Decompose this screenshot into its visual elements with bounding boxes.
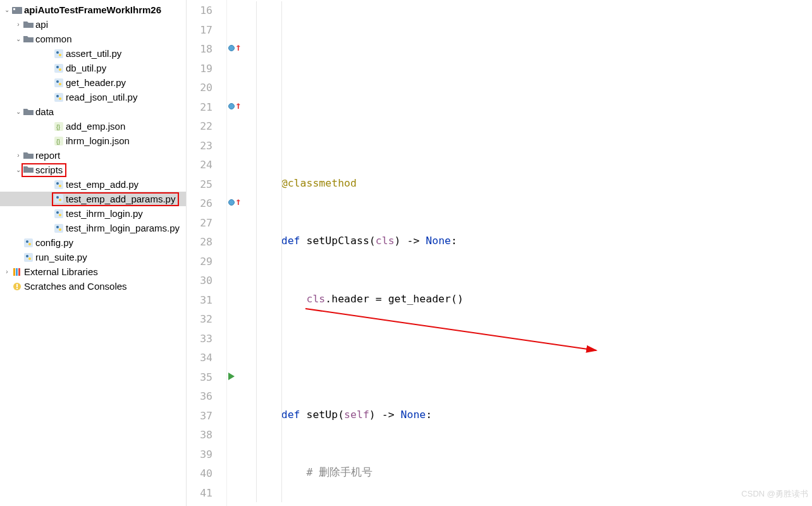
folder-icon [23,152,34,159]
python-file-icon [53,93,65,102]
code-area[interactable]: @classmethod def setUpClass(cls) -> None… [245,0,812,506]
svg-rect-2 [54,49,63,58]
python-file-icon [53,180,65,189]
svg-point-6 [56,66,59,68]
svg-point-35 [28,257,31,260]
svg-rect-8 [54,78,63,87]
python-file-icon [53,224,65,233]
svg-point-29 [59,228,61,231]
code-editor[interactable]: 1617181920212223242526272829303132333435… [187,0,812,506]
json-file-icon: {} [53,137,65,145]
folder-icon [23,166,34,173]
tree-file-selected[interactable]: test_emp_add_params.py [0,192,186,206]
svg-rect-37 [16,268,18,276]
tree-folder-api[interactable]: › api [0,17,186,32]
svg-rect-21 [54,194,63,203]
tree-folder-common[interactable]: ⌄ common [0,32,186,46]
folder-icon [23,21,34,28]
svg-rect-24 [54,209,63,218]
svg-point-19 [56,182,59,185]
svg-point-10 [59,83,61,85]
svg-point-20 [59,185,61,187]
svg-point-9 [56,80,59,83]
tree-root[interactable]: ⌄ apiAutoTestFrameWorkIhrm26 [0,3,186,17]
svg-rect-30 [24,238,33,247]
svg-point-23 [59,199,61,201]
tree-file-config[interactable]: config.py [0,235,186,250]
svg-rect-41 [16,288,18,289]
tree-folder-report[interactable]: › report [0,148,186,163]
svg-point-26 [59,214,61,216]
chevron-down-icon: ⌄ [14,108,23,115]
tree-file[interactable]: get_header.py [0,75,186,90]
svg-point-7 [59,68,61,71]
svg-rect-38 [18,268,20,276]
tree-folder-scripts[interactable]: ⌄ scripts [0,163,186,177]
python-file-icon [23,253,34,262]
folder-icon [23,108,34,116]
svg-point-3 [56,51,59,54]
decorator: @classmethod [281,177,357,189]
scratches-icon [11,282,23,291]
svg-rect-36 [13,268,15,276]
svg-rect-11 [54,93,63,102]
svg-point-22 [56,196,59,199]
svg-rect-5 [54,64,63,73]
tree-file[interactable]: test_emp_add.py [0,177,186,192]
tree-file[interactable]: test_ihrm_login_params.py [0,221,186,235]
watermark: CSDN @勇胜读书 [741,484,808,504]
svg-line-42 [305,309,596,350]
svg-rect-40 [16,284,18,287]
svg-rect-18 [54,180,63,189]
scratches-consoles[interactable]: Scratches and Consoles [0,279,186,293]
svg-rect-1 [13,8,15,10]
svg-point-25 [56,211,59,214]
svg-point-28 [56,226,59,228]
svg-point-31 [26,240,28,243]
svg-point-13 [59,97,61,100]
chevron-right-icon: › [14,21,23,28]
chevron-down-icon: ⌄ [14,35,23,42]
tree-root-label: apiAutoTestFrameWorkIhrm26 [23,4,161,15]
tree-file-runsuite[interactable]: run_suite.py [0,250,186,264]
python-file-icon [53,78,65,87]
svg-point-12 [56,95,59,97]
python-file-icon [23,238,34,247]
python-file-icon [53,64,65,73]
svg-point-32 [28,243,31,245]
chevron-down-icon: ⌄ [3,6,11,13]
svg-rect-33 [24,253,33,262]
svg-rect-0 [12,7,22,14]
svg-text:{}: {} [56,139,60,145]
python-file-icon [53,209,65,218]
tree-file[interactable]: {}add_emp.json [0,119,186,133]
project-tree[interactable]: ⌄ apiAutoTestFrameWorkIhrm26 › api ⌄ com… [0,0,187,506]
svg-point-34 [26,255,28,257]
external-libraries[interactable]: › External Libraries [0,264,186,279]
json-file-icon: {} [53,122,65,131]
folder-icon [23,35,34,43]
svg-rect-27 [54,224,63,233]
tree-file[interactable]: test_ihrm_login.py [0,206,186,221]
project-folder-icon [11,6,23,15]
svg-text:{}: {} [56,124,60,130]
svg-point-4 [59,54,61,56]
python-file-icon [53,49,65,58]
library-icon [11,268,23,276]
tree-folder-data[interactable]: ⌄ data [0,104,186,119]
chevron-right-icon: › [3,268,11,275]
tree-file[interactable]: db_util.py [0,61,186,75]
tree-file[interactable]: read_json_util.py [0,90,186,104]
gutter-marks: ↑↑↑ [227,0,245,506]
tree-file[interactable]: assert_util.py [0,46,186,61]
line-number-gutter: 1617181920212223242526272829303132333435… [187,0,227,506]
chevron-right-icon: › [14,152,23,159]
python-file-icon [53,194,65,203]
tree-file[interactable]: {}ihrm_login.json [0,133,186,148]
